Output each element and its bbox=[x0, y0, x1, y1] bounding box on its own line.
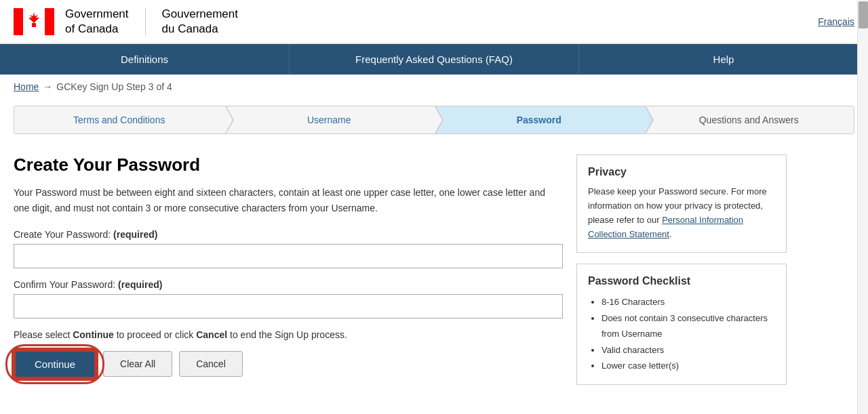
step-username[interactable]: Username bbox=[224, 106, 435, 133]
checklist-item: Does not contain 3 consecutive character… bbox=[601, 310, 775, 342]
checklist-box: Password Checklist 8-16 Characters Does … bbox=[576, 264, 787, 385]
header: Government of Canada Gouvernement du Can… bbox=[0, 0, 868, 44]
privacy-title: Privacy bbox=[588, 166, 775, 178]
checklist-item: Valid characters bbox=[601, 342, 775, 358]
breadcrumb-arrow: → bbox=[43, 81, 52, 92]
content-left: Create Your Password Your Password must … bbox=[14, 154, 563, 385]
page-title: Create Your Password bbox=[14, 154, 563, 175]
breadcrumb-current: GCKey Sign Up Step 3 of 4 bbox=[56, 81, 172, 92]
checklist-item: Lower case letter(s) bbox=[601, 358, 775, 373]
step-qa[interactable]: Questions and Answers bbox=[644, 106, 854, 133]
checklist-list: 8-16 Characters Does not contain 3 conse… bbox=[588, 294, 775, 373]
content-right: Privacy Please keep your Password secure… bbox=[576, 154, 787, 385]
svg-rect-0 bbox=[14, 8, 23, 35]
confirm-password-input[interactable] bbox=[14, 294, 563, 318]
confirm-password-label: Confirm Your Password: (required) bbox=[14, 279, 563, 290]
checklist-title: Password Checklist bbox=[588, 275, 775, 287]
continue-button-wrapper: Continue bbox=[14, 350, 96, 379]
language-toggle[interactable]: Français bbox=[818, 16, 854, 27]
password-description: Your Password must be between eight and … bbox=[14, 185, 563, 215]
continue-button[interactable]: Continue bbox=[14, 350, 96, 379]
button-row: Continue Clear All Cancel bbox=[14, 350, 563, 379]
svg-rect-4 bbox=[32, 23, 36, 27]
svg-rect-2 bbox=[45, 8, 54, 35]
gov-name-fr: Gouvernement du Canada bbox=[162, 7, 238, 37]
canada-flag bbox=[14, 7, 54, 37]
breadcrumb-home[interactable]: Home bbox=[14, 81, 39, 92]
scrollbar[interactable] bbox=[857, 0, 868, 398]
privacy-box: Privacy Please keep your Password secure… bbox=[576, 154, 787, 253]
main-content: Create Your Password Your Password must … bbox=[0, 141, 800, 398]
nav-faq[interactable]: Frequently Asked Questions (FAQ) bbox=[290, 44, 579, 75]
checklist-item: 8-16 Characters bbox=[601, 294, 775, 310]
scroll-thumb[interactable] bbox=[859, 1, 868, 28]
proceed-text: Please select Continue to proceed or cli… bbox=[14, 329, 563, 340]
steps-wizard: Terms and Conditions Username Password Q… bbox=[14, 106, 854, 134]
header-left: Government of Canada Gouvernement du Can… bbox=[14, 7, 238, 37]
main-nav: Definitions Frequently Asked Questions (… bbox=[0, 44, 868, 75]
gov-name-en: Government of Canada bbox=[65, 7, 129, 37]
breadcrumb: Home → GCKey Sign Up Step 3 of 4 bbox=[0, 75, 868, 99]
step-terms[interactable]: Terms and Conditions bbox=[14, 106, 224, 133]
privacy-text: Please keep your Password secure. For mo… bbox=[588, 185, 775, 241]
create-password-label: Create Your Password: (required) bbox=[14, 229, 563, 240]
nav-help[interactable]: Help bbox=[579, 44, 868, 75]
clear-all-button[interactable]: Clear All bbox=[103, 351, 172, 377]
create-password-input[interactable] bbox=[14, 244, 563, 268]
cancel-button[interactable]: Cancel bbox=[179, 351, 243, 377]
step-password[interactable]: Password bbox=[434, 106, 644, 133]
nav-definitions[interactable]: Definitions bbox=[0, 44, 290, 75]
header-divider bbox=[145, 8, 146, 35]
